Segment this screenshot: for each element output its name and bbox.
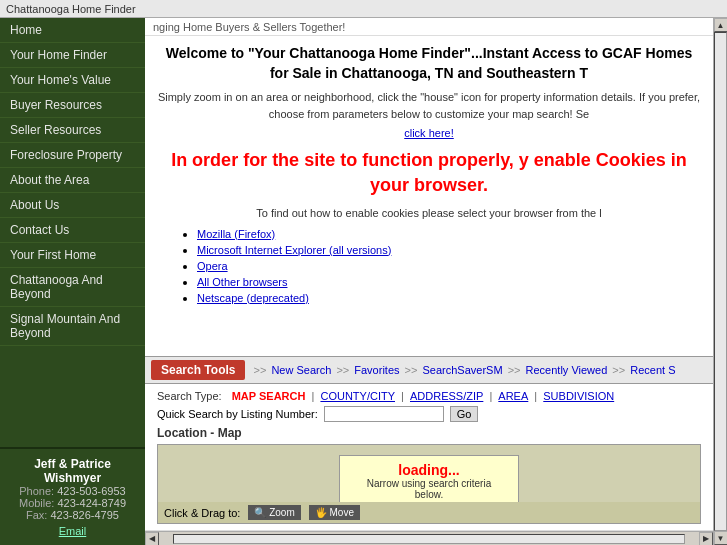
welcome-title: Welcome to "Your Chattanooga Home Finder…: [157, 44, 701, 83]
zoom-button[interactable]: 🔍 Zoom: [248, 505, 300, 520]
sidebar-item-homes-value[interactable]: Your Home's Value: [0, 68, 145, 93]
phone-number: 423-503-6953: [57, 485, 126, 497]
map-loading-text: loading...: [352, 462, 506, 478]
location-map-label: Location - Map: [157, 426, 701, 440]
list-item: Opera: [197, 259, 701, 273]
bottom-scrollbar[interactable]: ◀ ▶: [145, 531, 713, 545]
title-bar: Chattanooga Home Finder: [0, 0, 727, 18]
quick-search-label: Quick Search by Listing Number:: [157, 408, 318, 420]
top-bar: nging Home Buyers & Sellers Together!: [145, 18, 713, 36]
arrow-icon: >>: [253, 364, 266, 376]
map-area: loading... Narrow using search criteria …: [157, 444, 701, 524]
scrollbar-track[interactable]: [173, 534, 685, 544]
mobile-number: 423-424-8749: [58, 497, 127, 509]
subdivision-link[interactable]: SUBDIVISION: [543, 390, 614, 402]
sidebar-item-foreclosure[interactable]: Foreclosure Property: [0, 143, 145, 168]
sep4: |: [534, 390, 540, 402]
address-zip-link[interactable]: ADDRESS/ZIP: [410, 390, 483, 402]
sidebar-item-about-area[interactable]: About the Area: [0, 168, 145, 193]
move-button[interactable]: 🖐 Move: [309, 505, 360, 520]
title-bar-text: Chattanooga Home Finder: [6, 3, 136, 15]
area-link[interactable]: AREA: [498, 390, 528, 402]
contact-mobile-row: Mobile: 423-424-8749: [8, 497, 137, 509]
scroll-right-button[interactable]: ▶: [699, 532, 713, 546]
sidebar-item-first-home[interactable]: Your First Home: [0, 243, 145, 268]
sidebar-item-seller-resources[interactable]: Seller Resources: [0, 118, 145, 143]
contact-phone-row: Phone: 423-503-6953: [8, 485, 137, 497]
browser-list: Mozilla (Firefox) Microsoft Internet Exp…: [197, 227, 701, 305]
listing-number-input[interactable]: [324, 406, 444, 422]
page-wrapper: Chattanooga Home Finder Home Your Home F…: [0, 0, 727, 545]
map-loading-sub: Narrow using search criteria below.: [352, 478, 506, 500]
email-link[interactable]: Email: [59, 525, 87, 537]
fax-label: Fax:: [26, 509, 47, 521]
scroll-left-button[interactable]: ◀: [145, 532, 159, 546]
browser-firefox[interactable]: Mozilla (Firefox): [197, 228, 275, 240]
sidebar-item-chattanooga-beyond[interactable]: Chattanooga And Beyond: [0, 268, 145, 307]
browser-other[interactable]: All Other browsers: [197, 276, 287, 288]
browser-opera[interactable]: Opera: [197, 260, 228, 272]
contact-fax-row: Fax: 423-826-4795: [8, 509, 137, 521]
sep-icon4: >>: [612, 364, 628, 376]
list-item: Netscape (deprecated): [197, 291, 701, 305]
quick-search-row: Quick Search by Listing Number: Go: [157, 406, 701, 422]
search-tools-links: >> New Search >> Favorites >> SearchSave…: [251, 364, 675, 376]
sidebar-item-home[interactable]: Home: [0, 18, 145, 43]
browser-netscape[interactable]: Netscape (deprecated): [197, 292, 309, 304]
scroll-up-button[interactable]: ▲: [714, 18, 728, 32]
search-form-area: Search Type: MAP SEARCH | COUNTY/CITY | …: [145, 384, 713, 531]
county-city-link[interactable]: COUNTY/CITY: [320, 390, 395, 402]
search-tools-button[interactable]: Search Tools: [151, 360, 245, 380]
mobile-label: Mobile:: [19, 497, 54, 509]
sep-icon3: >>: [508, 364, 524, 376]
sidebar-item-signal-mountain[interactable]: Signal Mountain And Beyond: [0, 307, 145, 346]
map-controls: Click & Drag to: 🔍 Zoom 🖐 Move: [158, 502, 700, 523]
sidebar-contact: Jeff & Patrice Wishmyer Phone: 423-503-6…: [0, 447, 145, 545]
top-bar-text: nging Home Buyers & Sellers Together!: [153, 21, 345, 33]
click-here-row: click here!: [157, 126, 701, 140]
sidebar: Home Your Home Finder Your Home's Value …: [0, 18, 145, 545]
phone-label: Phone:: [19, 485, 54, 497]
right-scrollbar-track[interactable]: [714, 32, 727, 531]
map-loading-box: loading... Narrow using search criteria …: [339, 455, 519, 507]
sidebar-nav: Home Your Home Finder Your Home's Value …: [0, 18, 145, 447]
recent-s-link[interactable]: Recent S: [630, 364, 675, 376]
contact-name: Jeff & Patrice Wishmyer: [8, 457, 137, 485]
sep3: |: [489, 390, 495, 402]
sidebar-item-contact[interactable]: Contact Us: [0, 218, 145, 243]
main-content: nging Home Buyers & Sellers Together! We…: [145, 18, 713, 545]
search-type-label: Search Type:: [157, 390, 222, 402]
right-scrollbar: ▲ ▼: [713, 18, 727, 545]
map-search-link[interactable]: MAP SEARCH: [232, 390, 306, 402]
sep-icon: >>: [336, 364, 352, 376]
fax-number: 423-826-4795: [50, 509, 119, 521]
list-item: All Other browsers: [197, 275, 701, 289]
scroll-down-button[interactable]: ▼: [714, 531, 728, 545]
sep2: |: [401, 390, 407, 402]
list-item: Mozilla (Firefox): [197, 227, 701, 241]
search-type-row: Search Type: MAP SEARCH | COUNTY/CITY | …: [157, 390, 701, 402]
list-item: Microsoft Internet Explorer (all version…: [197, 243, 701, 257]
content-area: Welcome to "Your Chattanooga Home Finder…: [145, 36, 713, 356]
click-drag-label: Click & Drag to:: [164, 507, 240, 519]
new-search-link[interactable]: New Search: [271, 364, 331, 376]
sep-icon2: >>: [405, 364, 421, 376]
welcome-desc: Simply zoom in on an area or neighborhoo…: [157, 89, 701, 122]
sidebar-item-about-us[interactable]: About Us: [0, 193, 145, 218]
recently-viewed-link[interactable]: Recently Viewed: [526, 364, 608, 376]
browser-ie[interactable]: Microsoft Internet Explorer (all version…: [197, 244, 391, 256]
cookie-instruction: To find out how to enable cookies please…: [157, 207, 701, 219]
go-button[interactable]: Go: [450, 406, 479, 422]
sep1: |: [312, 390, 318, 402]
searchsaver-link[interactable]: SearchSaverSM: [423, 364, 503, 376]
click-here-link[interactable]: click here!: [404, 127, 454, 139]
cookie-warning: In order for the site to function proper…: [157, 148, 701, 198]
sidebar-item-home-finder[interactable]: Your Home Finder: [0, 43, 145, 68]
search-tools-bar: Search Tools >> New Search >> Favorites …: [145, 356, 713, 384]
favorites-link[interactable]: Favorites: [354, 364, 399, 376]
sidebar-item-buyer-resources[interactable]: Buyer Resources: [0, 93, 145, 118]
